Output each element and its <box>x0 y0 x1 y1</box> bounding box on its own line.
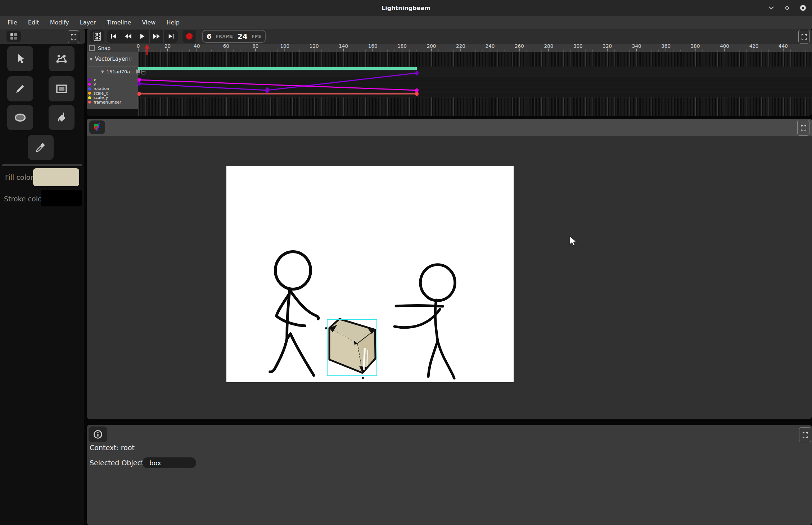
menu-item-layer[interactable]: Layer <box>75 16 102 29</box>
layer-list: ▼ VectorLayer [L] ▼ 151ad70a… ~ xyrotati… <box>87 52 138 109</box>
close-icon <box>800 5 806 11</box>
menu-item-help[interactable]: Help <box>161 16 185 29</box>
svg-text:120: 120 <box>310 43 319 49</box>
property-color-dot <box>88 87 91 90</box>
property-color-dot <box>88 101 91 104</box>
timeline-curves-overlay[interactable]: 0204060801001201401601802002202402602803… <box>138 44 812 116</box>
play-button[interactable] <box>135 30 150 43</box>
svg-text:220: 220 <box>456 43 465 49</box>
selected-object-field[interactable]: box <box>142 457 196 468</box>
menu-item-edit[interactable]: Edit <box>23 16 45 29</box>
record-button[interactable] <box>182 30 196 43</box>
property-row-rotation[interactable]: rotation <box>88 87 109 91</box>
maximize-button[interactable] <box>783 4 791 12</box>
rewind-icon <box>125 33 132 39</box>
property-color-dot <box>88 96 91 99</box>
tools-expand-button[interactable] <box>68 30 79 43</box>
property-label: x <box>94 78 96 82</box>
expand-icon <box>802 34 807 40</box>
minimize-button[interactable] <box>767 4 775 12</box>
svg-text:360: 360 <box>661 43 671 49</box>
fill-color-swatch[interactable] <box>33 168 79 186</box>
property-row-frameNumber[interactable]: frameNumber <box>88 100 121 104</box>
app-window: Lightningbeam File Edit Modify Layer Tim… <box>0 0 812 525</box>
layer-row-vectorlayer[interactable]: ▼ VectorLayer [L] <box>87 52 138 67</box>
selected-object-label: Selected Object <box>90 459 144 467</box>
film-strip-icon <box>94 32 101 41</box>
property-label: scale_x <box>94 91 108 96</box>
svg-text:400: 400 <box>720 43 729 49</box>
close-button[interactable] <box>799 4 807 12</box>
property-row-scale_x[interactable]: scale_x <box>88 91 108 95</box>
fps-unit-label: FPS <box>252 34 262 39</box>
property-row-y[interactable]: y <box>88 82 96 86</box>
layer-row-object[interactable]: ▼ 151ad70a… ~ <box>87 67 138 77</box>
tool-ellipse-button[interactable] <box>7 105 33 130</box>
svg-text:0: 0 <box>137 43 140 49</box>
tool-select-button[interactable] <box>7 46 33 71</box>
eyedropper-icon <box>35 142 46 153</box>
svg-text:300: 300 <box>573 43 583 49</box>
svg-text:20: 20 <box>164 43 171 49</box>
svg-text:60: 60 <box>223 43 229 49</box>
record-icon <box>186 33 193 40</box>
expand-icon <box>803 432 808 438</box>
info-button[interactable] <box>89 426 107 442</box>
fast-forward-button[interactable] <box>150 30 164 43</box>
tools-sidebar: Fill color: Stroke color: <box>0 29 84 525</box>
window-title: Lightningbeam <box>382 5 430 12</box>
tool-pencil-button[interactable] <box>7 76 33 101</box>
svg-text:200: 200 <box>427 43 436 49</box>
collapse-triangle-icon[interactable]: ▼ <box>90 57 93 61</box>
layer-badge: [L] <box>127 57 132 61</box>
menu-item-view[interactable]: View <box>136 16 161 29</box>
menu-item-file[interactable]: File <box>2 16 23 29</box>
menu-item-timeline[interactable]: Timeline <box>101 16 136 29</box>
skip-start-icon <box>110 33 117 39</box>
svg-text:180: 180 <box>397 43 407 49</box>
svg-text:440: 440 <box>779 43 788 49</box>
property-row-scale_y[interactable]: scale_y <box>88 96 108 100</box>
svg-text:420: 420 <box>749 43 759 49</box>
menu-item-modify[interactable]: Modify <box>45 16 75 29</box>
property-label: frameNumber <box>94 100 121 105</box>
svg-text:380: 380 <box>691 43 700 49</box>
tool-paint-bucket-button[interactable] <box>49 105 75 130</box>
context-text: Context: root <box>90 444 135 452</box>
snap-control: Snap <box>89 45 110 51</box>
property-label: y <box>94 82 96 87</box>
expand-icon <box>71 34 76 40</box>
tools-grid-button[interactable] <box>6 31 21 42</box>
tools-divider <box>2 164 82 166</box>
collapse-triangle-icon[interactable]: ▼ <box>101 70 104 74</box>
rewind-button[interactable] <box>121 30 136 43</box>
snap-checkbox[interactable] <box>89 45 95 51</box>
timeline-expand-button[interactable] <box>798 30 810 44</box>
canvas-expand-button[interactable] <box>797 120 809 136</box>
svg-text:100: 100 <box>280 43 289 49</box>
inspector-panel: Context: root Selected Object box <box>87 425 812 525</box>
stage[interactable] <box>226 166 514 382</box>
playback-controls <box>107 30 178 43</box>
svg-text:340: 340 <box>632 43 641 49</box>
ellipse-icon <box>14 113 26 122</box>
select-arrow-icon <box>15 53 26 64</box>
tool-eyedropper-button[interactable] <box>28 135 54 160</box>
stroke-color-swatch[interactable] <box>41 190 82 206</box>
fps-value: 24 <box>238 32 248 41</box>
rectangle-icon <box>56 84 67 93</box>
film-button[interactable] <box>90 30 104 42</box>
timeline-panel: 6 FRAME 24 FPS Snap ▼ VectorLayer [L] <box>87 29 812 116</box>
fast-forward-icon <box>153 33 160 39</box>
vector-scene-button[interactable] <box>89 120 105 134</box>
frame-value: 6 <box>207 32 212 41</box>
skip-to-end-button[interactable] <box>164 30 178 43</box>
property-row-x[interactable]: x <box>88 78 96 82</box>
tool-rectangle-button[interactable] <box>49 76 75 101</box>
title-bar: Lightningbeam <box>0 0 812 16</box>
inspector-expand-button[interactable] <box>799 427 811 442</box>
skip-to-start-button[interactable] <box>107 30 121 43</box>
tool-transform-button[interactable] <box>49 46 75 71</box>
diamond-icon <box>785 5 790 10</box>
svg-text:260: 260 <box>515 43 524 49</box>
